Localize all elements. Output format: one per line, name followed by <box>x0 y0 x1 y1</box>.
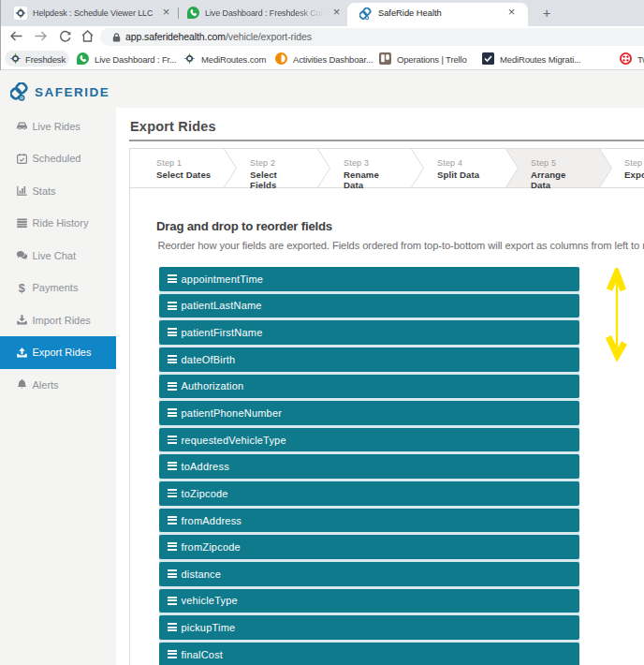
svg-text:$: $ <box>18 282 24 294</box>
